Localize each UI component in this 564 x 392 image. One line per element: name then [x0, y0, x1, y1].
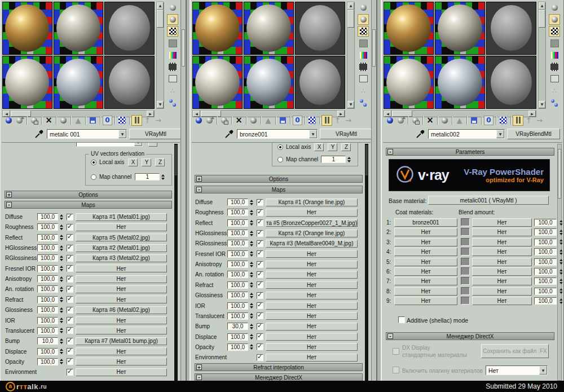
material-sample-slot[interactable] [104, 2, 155, 55]
checkbox[interactable] [257, 199, 263, 206]
map-slot-button[interactable]: Нет [266, 271, 358, 279]
material-sample-slot[interactable] [244, 2, 294, 55]
expand-icon[interactable]: + [196, 364, 202, 370]
blend-color-swatch[interactable] [461, 238, 470, 246]
material-name-dropdown[interactable]: metalic 001▼ [47, 129, 127, 139]
sample-uv-tiling-button[interactable] [167, 38, 178, 49]
checkbox[interactable] [67, 245, 73, 252]
pick-material-from-object-button[interactable] [34, 130, 43, 139]
map-amount-field[interactable]: 100,0 [37, 244, 58, 252]
get-material-button[interactable] [385, 115, 395, 126]
make-unique-button[interactable]: ▲ [73, 115, 83, 126]
background-button[interactable] [167, 26, 178, 37]
map-amount-spinner[interactable] [59, 234, 64, 241]
map-amount-spinner[interactable] [59, 317, 64, 324]
rollout-header-options[interactable]: +Options [195, 175, 363, 183]
blend-amount-field[interactable]: 100,0 [534, 228, 557, 236]
material-sample-slot[interactable] [244, 56, 294, 109]
map-amount-spinner[interactable] [249, 302, 254, 310]
coat-material-button[interactable]: Нет [394, 267, 457, 276]
checkbox[interactable] [67, 234, 73, 241]
coat-material-button[interactable]: Нет [394, 277, 457, 285]
material-effects-channel-button[interactable]: 0 [102, 115, 113, 126]
checkbox[interactable] [257, 209, 263, 216]
map-amount-field[interactable]: 100,0 [37, 275, 58, 283]
checkbox[interactable] [67, 255, 73, 262]
blend-amount-spinner[interactable] [558, 228, 562, 236]
blend-amount-spinner[interactable] [558, 258, 562, 266]
put-material-to-scene-button[interactable] [14, 115, 25, 126]
map-amount-spinner[interactable] [249, 333, 254, 341]
dx-display-checkbox[interactable] [393, 348, 399, 355]
map-slot-button[interactable]: Нет [76, 347, 167, 355]
material-sample-slot[interactable] [2, 2, 52, 55]
material-type-button[interactable]: VRayBlendMtl [507, 129, 560, 139]
save-as-fx-button[interactable]: Сохранить как файл .FX [481, 344, 549, 358]
show-end-result-button[interactable] [321, 115, 332, 126]
map-amount-spinner[interactable] [59, 223, 64, 231]
material-sample-slot[interactable] [104, 56, 155, 109]
map-amount-field[interactable]: 100,0 [37, 306, 58, 314]
map-slot-button[interactable]: Карта #5 (Metal02.jpg) [76, 234, 167, 241]
material-sample-slot[interactable] [486, 2, 536, 55]
make-preview-button[interactable] [167, 61, 178, 72]
material-type-button[interactable]: VRayMtl [320, 129, 373, 139]
select-by-material-button[interactable]: ∴ [358, 85, 369, 96]
map-amount-spinner[interactable] [249, 292, 254, 299]
map-slot-button[interactable]: Нет [76, 285, 167, 293]
axis-z-button[interactable]: Z [341, 143, 351, 151]
video-color-check-button[interactable] [358, 50, 369, 60]
map-amount-spinner[interactable] [249, 323, 254, 330]
map-slot-button[interactable]: Нет [76, 275, 167, 283]
blend-amount-field[interactable]: 100,0 [534, 258, 557, 266]
material-editor-options-button[interactable] [549, 73, 560, 84]
blend-color-swatch[interactable] [461, 287, 470, 295]
map-channel-field[interactable]: 1 [321, 156, 346, 163]
coat-material-button[interactable]: Нет [394, 287, 457, 296]
map-amount-field[interactable]: 100,0 [37, 223, 58, 231]
get-material-button[interactable] [193, 115, 204, 126]
blend-color-swatch[interactable] [461, 228, 470, 236]
checkbox[interactable] [257, 333, 263, 340]
blend-amount-spinner[interactable] [558, 268, 562, 275]
show-end-result-button[interactable] [131, 115, 142, 126]
rollout-header-maps[interactable]: -Maps [195, 186, 363, 193]
assign-material-to-selection-button[interactable] [29, 115, 39, 126]
map-amount-spinner[interactable] [249, 250, 254, 258]
map-slot-button[interactable]: Карта #1 (Orange line.jpg) [266, 199, 358, 206]
checkbox[interactable] [257, 261, 263, 268]
scroll-down-button[interactable]: ▼ [347, 101, 354, 108]
checkbox[interactable] [67, 286, 73, 293]
blend-map-button[interactable]: Нет [472, 297, 532, 305]
go-to-parent-button[interactable]: ↑ [142, 115, 153, 126]
map-slot-button[interactable]: Нет [266, 209, 358, 217]
blend-amount-field[interactable]: 100,0 [534, 219, 557, 226]
material-map-navigator-button[interactable] [549, 97, 560, 108]
map-amount-field[interactable]: 100,0 [227, 271, 248, 278]
map-amount-spinner[interactable] [59, 254, 64, 262]
checkbox[interactable] [67, 265, 73, 272]
slots-vertical-scrollbar[interactable]: ▲▼ [156, 2, 164, 109]
collapse-icon[interactable]: - [196, 375, 202, 380]
blend-amount-field[interactable]: 100,0 [534, 239, 557, 246]
blend-map-button[interactable]: Нет [472, 267, 532, 276]
map-channel-spinner[interactable] [160, 173, 165, 180]
axis-x-button[interactable]: X [314, 143, 324, 151]
show-map-in-viewport-button[interactable] [117, 115, 127, 126]
collapse-icon[interactable]: - [387, 333, 393, 339]
material-editor-options-button[interactable] [358, 73, 369, 84]
material-sample-slot[interactable] [384, 56, 434, 109]
go-forward-to-sibling-button[interactable]: → [534, 115, 545, 126]
map-slot-button[interactable]: Нет [266, 281, 358, 289]
coat-material-button[interactable]: Нет [394, 258, 457, 266]
collapse-icon[interactable]: - [6, 202, 12, 208]
blend-amount-spinner[interactable] [558, 219, 562, 226]
blend-amount-spinner[interactable] [558, 248, 562, 256]
checkbox[interactable] [67, 369, 73, 376]
window-scrollbar[interactable] [180, 0, 186, 381]
checkbox[interactable] [67, 296, 73, 303]
map-slot-button[interactable]: Карта #3 (Metal02.jpg) [76, 254, 167, 262]
map-slot-button[interactable]: Нет [266, 343, 358, 351]
blend-map-button[interactable]: Нет [472, 218, 532, 227]
local-axis-radio[interactable] [91, 160, 96, 165]
